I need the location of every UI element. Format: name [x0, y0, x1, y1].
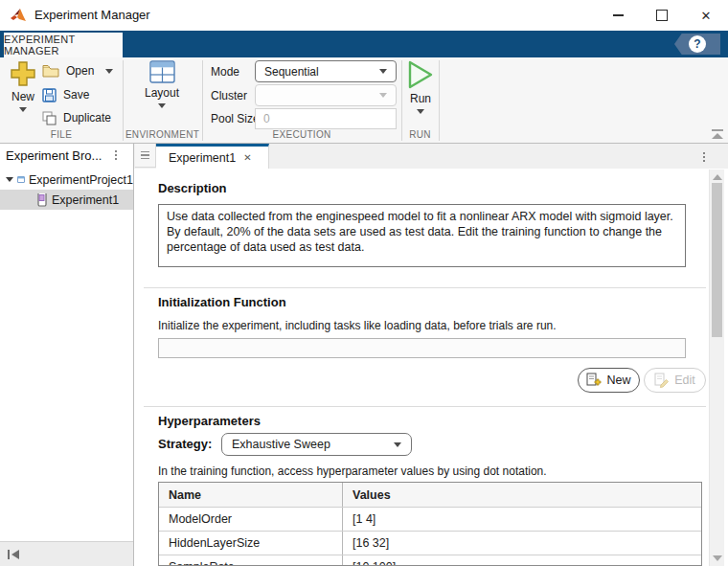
table-header-values: Values [343, 483, 701, 507]
description-heading: Description [158, 181, 227, 195]
table-row[interactable]: HiddenLayerSize [16 32] [159, 532, 701, 555]
layout-label: Layout [145, 86, 179, 100]
scroll-up-icon[interactable] [713, 174, 722, 180]
section-divider [144, 406, 706, 407]
new-label: New [11, 90, 34, 103]
duplicate-icon [42, 111, 57, 125]
project-icon [17, 172, 25, 187]
chevron-down-icon [379, 69, 387, 74]
tab-experiment-manager[interactable]: EXPERIMENT MANAGER [4, 33, 123, 57]
help-icon: ? [689, 35, 706, 53]
hamburger-icon [141, 151, 149, 153]
vertical-scrollbar[interactable] [709, 170, 724, 566]
save-button[interactable]: Save [42, 86, 89, 103]
new-experiment-button[interactable]: New [4, 60, 42, 112]
open-folder-icon [42, 64, 59, 78]
new-plus-icon [10, 60, 36, 87]
browser-footer [0, 541, 133, 566]
open-button[interactable]: Open [42, 62, 94, 79]
section-divider [144, 287, 706, 288]
table-header-name: Name [159, 483, 343, 507]
experiment-browser-panel: Experiment Bro... ExperimentProject1 Exp… [0, 144, 134, 566]
browser-menu-button[interactable] [109, 147, 123, 164]
save-label: Save [63, 88, 89, 102]
tab-experiment1[interactable]: Experiment1 ✕ [156, 144, 269, 169]
hyperparameter-values[interactable]: [1 4] [343, 508, 701, 531]
help-button[interactable]: ? [674, 34, 720, 55]
file-section-label: FILE [0, 129, 123, 140]
initialization-hint: Initialize the experiment, including tas… [158, 319, 557, 332]
document-tab-bar: Experiment1 ✕ [134, 144, 728, 169]
edit-function-icon [654, 373, 670, 388]
strategy-value: Exhaustive Sweep [232, 438, 394, 451]
new-dropdown-icon [19, 107, 27, 112]
collapse-toolstrip-icon [712, 129, 723, 131]
pool-size-input: 0 [255, 108, 397, 129]
init-new-label: New [606, 374, 630, 387]
init-edit-button: Edit [644, 368, 706, 393]
duplicate-button[interactable]: Duplicate [42, 109, 111, 126]
scrollbar-thumb[interactable] [712, 183, 722, 337]
table-row[interactable]: SampleRate [10 100] [159, 555, 701, 566]
execution-section-label: EXECUTION [202, 129, 401, 140]
mode-dropdown[interactable]: Sequential [255, 60, 397, 82]
initialization-function-input[interactable] [158, 338, 686, 358]
cluster-dropdown [255, 84, 397, 106]
initialization-heading: Initialization Function [158, 295, 286, 309]
hyperparameter-values[interactable]: [10 100] [343, 555, 701, 566]
close-tab-icon[interactable]: ✕ [243, 152, 251, 163]
duplicate-label: Duplicate [63, 111, 111, 125]
layout-icon [149, 60, 175, 83]
hyperparameters-table: Name Values ModelOrder [1 4] HiddenLayer… [158, 482, 702, 566]
ribbon-bar: EXPERIMENT MANAGER ? [0, 31, 728, 57]
collapse-panel-button[interactable] [8, 550, 20, 559]
mode-label: Mode [211, 65, 239, 79]
hyperparameter-name[interactable]: ModelOrder [159, 508, 343, 531]
chevron-down-icon [394, 442, 401, 447]
tree-item-project[interactable]: ExperimentProject1 [0, 170, 133, 190]
experiment-icon [36, 192, 48, 207]
tab-list-button[interactable] [135, 144, 156, 168]
environment-section-label: ENVIRONMENT [123, 129, 202, 140]
run-section-label: RUN [401, 129, 439, 140]
scroll-down-icon[interactable] [713, 555, 722, 561]
hyperparameters-hint: In the training function, access hyperpa… [158, 464, 547, 478]
description-textarea[interactable]: Use data collected from the enginespeed … [158, 204, 686, 267]
run-icon [407, 60, 434, 89]
table-header-row: Name Values [159, 483, 701, 508]
minimize-icon [613, 14, 624, 16]
toolstrip: New Open Save Duplicate FILE [0, 57, 728, 144]
hyperparameter-name[interactable]: HiddenLayerSize [159, 532, 343, 555]
strategy-dropdown[interactable]: Exhaustive Sweep [221, 433, 412, 456]
tab-label: Experiment1 [169, 151, 236, 165]
section-divider [439, 60, 440, 141]
hyperparameter-name[interactable]: SampleRate [159, 555, 343, 566]
init-new-button[interactable]: New [578, 368, 640, 393]
chevron-down-icon [379, 93, 387, 98]
table-row[interactable]: ModelOrder [1 4] [159, 508, 701, 532]
tree-item-label: Experiment1 [52, 193, 119, 207]
layout-button[interactable]: Layout [133, 60, 191, 108]
experiment-document: Description Use data collected from the … [134, 169, 728, 566]
title-bar: Experiment Manager ✕ [0, 0, 728, 31]
hyperparameters-heading: Hyperparameters [158, 414, 261, 428]
tree-item-label: ExperimentProject1 [29, 173, 133, 187]
close-button[interactable]: ✕ [684, 0, 728, 31]
tabbar-menu-button[interactable] [697, 148, 711, 166]
tree-expand-icon[interactable] [6, 177, 13, 182]
init-edit-label: Edit [674, 374, 695, 387]
new-function-icon [586, 373, 602, 388]
run-button[interactable]: Run [403, 60, 438, 114]
maximize-button[interactable] [640, 0, 684, 31]
collapse-toolstrip-button[interactable] [711, 128, 724, 140]
pool-size-label: Pool Size [211, 112, 260, 125]
open-dropdown-icon[interactable] [105, 69, 113, 74]
minimize-button[interactable] [596, 0, 640, 31]
layout-dropdown-icon [158, 103, 166, 108]
browser-header: Experiment Bro... [0, 144, 133, 167]
run-label: Run [410, 92, 431, 105]
tree-item-experiment1[interactable]: Experiment1 [0, 190, 133, 210]
hyperparameter-values[interactable]: [16 32] [343, 532, 701, 555]
open-label: Open [66, 64, 94, 78]
window-title: Experiment Manager [34, 8, 150, 22]
